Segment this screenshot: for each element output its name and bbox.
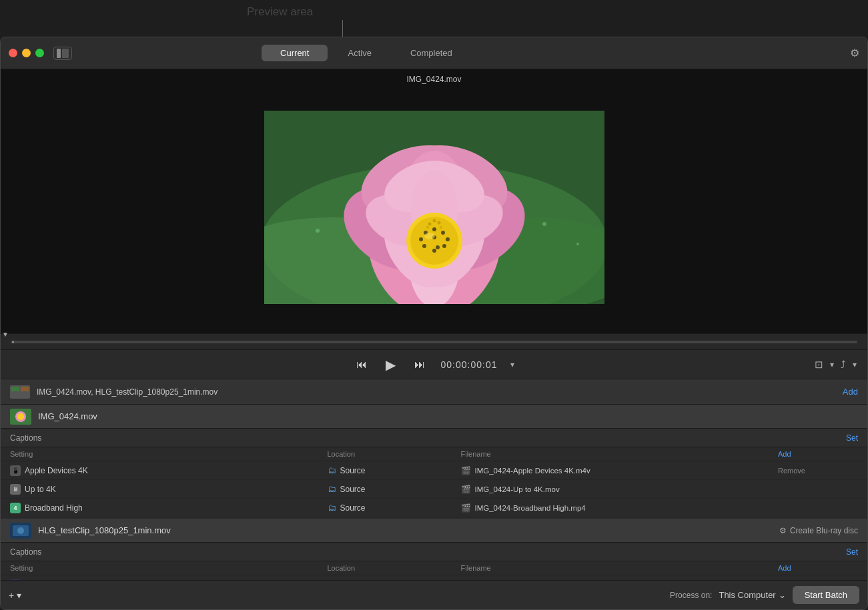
batch-header-icon [10,385,30,399]
remove-button-1-1[interactable]: Remove [778,467,858,475]
svg-point-41 [426,226,429,229]
titlebar: Current Active Completed ⚙ [1,37,867,69]
folder-icon-1-3: 🗂 [328,503,336,513]
batch-add-button[interactable]: Add [843,387,858,397]
location-label-1-1: Source [340,466,366,475]
job-2-action-label: Create Blu-ray disc [790,526,858,535]
svg-point-36 [432,249,436,253]
transport-controls: ⏮ ▶ ⏭ 00:00:00:01 ▾ ⊡ ▾ ⤴ ▾ [1,349,867,379]
settings-icon[interactable]: ⚙ [850,47,859,59]
svg-point-27 [410,217,458,265]
output-row-1-3: 4 Broadband High 🗂 Source 🎬 IMG_0424-Bro… [1,499,867,517]
batch-files-label: IMG_0424.mov, HLG_testClip_1080p25_1min.… [37,387,837,397]
location-label-1-2: Source [340,485,366,494]
location-label-1-3: Source [340,503,366,513]
gear-icon-2: ⚙ [779,526,787,535]
setting-cell-1-1: 📱 Apple Devices 4K [10,465,328,476]
process-computer-select[interactable]: This Computer ⌄ [719,590,785,600]
bottom-bar: + ▾ Process on: This Computer ⌄ Start Ba… [1,580,867,609]
setting-label-1-1: Apple Devices 4K [25,466,88,475]
add-job-button[interactable]: + ▾ [9,590,21,601]
preview-flower-image [264,111,604,304]
job-1-thumbnail [10,409,31,425]
add-chevron-icon: ▾ [17,590,21,601]
job-2-thumbnail [10,523,31,539]
job-2-captions-row: Captions Set [1,543,867,561]
location-cell-1-1: 🗂 Source [328,465,461,475]
filename-cell-1-1: 🎬 IMG_0424-Apple Devices 4K.m4v [461,466,779,475]
col-action-1: Add [778,450,858,458]
svg-point-42 [440,226,442,229]
folder-icon-1-1: 🗂 [328,465,336,475]
col-setting-1: Setting [10,450,328,458]
batch-file-header: IMG_0424.mov, HLG_testClip_1080p25_1min.… [1,379,867,405]
svg-rect-46 [21,387,29,391]
preview-filename: IMG_0424.mov [406,75,461,84]
timeline-track[interactable] [11,341,857,343]
file-icon-1-1: 🎬 [461,466,471,475]
job-1-title: IMG_0424.mov [38,411,858,421]
job-1-set-button[interactable]: Set [846,433,858,443]
setting-label-1-3: Broadband High [25,503,83,513]
filename-text-1-1: IMG_0424-Apple Devices 4K.m4v [475,467,590,475]
traffic-lights [9,49,44,57]
timeline-handle[interactable]: ▼ [2,331,11,340]
svg-point-28 [432,227,436,231]
rewind-button[interactable]: ⏮ [354,356,370,373]
preview-area-annotation: Preview area [247,5,313,19]
col-filename-2: Filename [461,564,779,572]
process-section: Process on: This Computer ⌄ Start Batch [670,586,859,604]
close-button[interactable] [9,49,17,57]
svg-rect-1 [62,49,69,58]
setting-label-1-2: Up to 4K [25,485,56,494]
svg-point-34 [422,244,426,248]
output-row-1-1: 📱 Apple Devices 4K 🗂 Source 🎬 IMG_0424-A… [1,461,867,480]
svg-point-40 [432,219,436,223]
plus-icon: + [9,590,14,601]
computer-chevron-icon: ⌄ [779,590,786,600]
job-section-1: IMG_0424.mov Captions Set Setting Locati… [1,405,867,517]
share-button[interactable]: ⤴ [841,359,846,370]
job-1-header: IMG_0424.mov [1,405,867,429]
output-row-2-1: DD Dolby Digital 🗂 Source 🎵 HLG_testClip… [1,575,867,580]
tab-active[interactable]: Active [329,45,390,61]
preview-image-container [1,69,867,333]
titlebar-right: ⚙ [850,47,859,59]
share-chevron[interactable]: ▾ [853,360,857,369]
file-icon-1-3: 🎬 [461,503,471,513]
sidebar-toggle-button[interactable] [53,47,72,60]
start-batch-button[interactable]: Start Batch [793,586,859,604]
app-window: Current Active Completed ⚙ IMG_0424.mov … [0,37,868,610]
setting-icon-1-1: 📱 [10,465,21,476]
job-1-captions-row: Captions Set [1,429,867,447]
in-out-button[interactable]: ⊡ [815,359,823,371]
in-out-chevron[interactable]: ▾ [830,360,834,369]
svg-point-49 [17,413,24,420]
filename-text-1-2: IMG_0424-Up to 4K.mov [475,485,560,493]
maximize-button[interactable] [35,49,44,57]
svg-point-31 [419,237,423,241]
job-2-action[interactable]: ⚙ Create Blu-ray disc [779,526,858,535]
timecode-chevron[interactable]: ▾ [510,360,514,369]
tab-current[interactable]: Current [262,45,328,61]
setting-cell-1-3: 4 Broadband High [10,503,328,513]
process-on-label: Process on: [670,591,712,600]
setting-icon-1-3: 4 [10,503,21,513]
col-location-1: Location [328,450,461,458]
output-row-1-2: 🖥 Up to 4K 🗂 Source 🎬 IMG_0424-Up to 4K.… [1,480,867,499]
forward-button[interactable]: ⏭ [412,356,428,373]
job-2-set-button[interactable]: Set [846,547,858,557]
filename-cell-1-2: 🎬 IMG_0424-Up to 4K.mov [461,485,779,494]
job-1-col-headers: Setting Location Filename Add [1,447,867,461]
tab-completed[interactable]: Completed [392,45,471,61]
timecode-display[interactable]: 00:00:00:01 [441,359,498,370]
svg-point-52 [17,527,24,534]
svg-point-9 [576,243,579,245]
batch-area: IMG_0424.mov, HLG_testClip_1080p25_1min.… [1,379,867,580]
play-button[interactable]: ▶ [383,354,398,375]
tab-group: Current Active Completed [262,45,471,61]
minimize-button[interactable] [22,49,31,57]
file-icon-1-2: 🎬 [461,485,471,494]
job-2-header: HLG_testClip_1080p25_1min.mov ⚙ Create B… [1,519,867,543]
location-cell-1-2: 🗂 Source [328,484,461,494]
